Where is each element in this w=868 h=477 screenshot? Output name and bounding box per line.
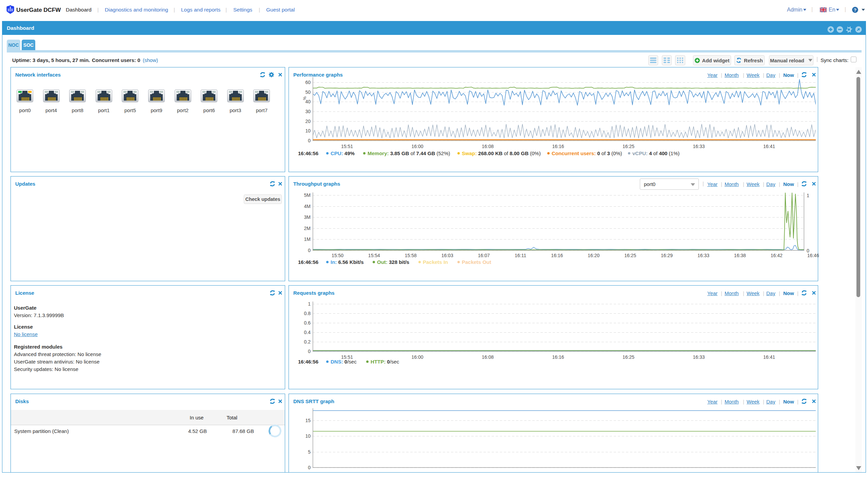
- svg-text:?: ?: [854, 7, 856, 13]
